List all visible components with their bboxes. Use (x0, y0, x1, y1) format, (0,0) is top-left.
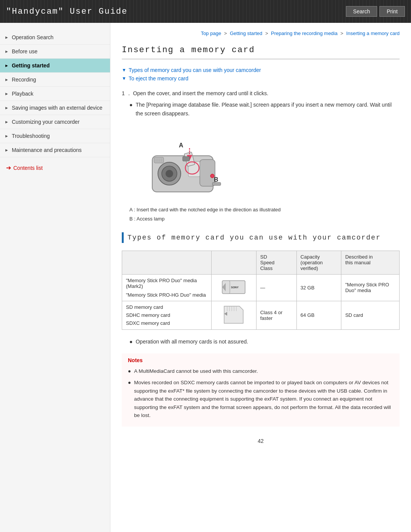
note-text: A MultiMediaCard cannot be used with thi… (134, 367, 258, 375)
section-bar-icon (122, 232, 124, 243)
operation-note-text: Operation with all memory cards is not a… (135, 337, 248, 346)
arrow-icon: ► (5, 77, 9, 82)
table-header-described: Described inthis manual (341, 251, 400, 274)
page-title: Inserting a memory card (122, 45, 400, 59)
table-cell-name: "Memory Stick PRO Duo" media (Mark2) "Me… (122, 274, 212, 301)
table-cell-described: "Memory Stick PRO Duo" media (341, 274, 400, 301)
sidebar-label: Playback (12, 91, 33, 97)
print-button[interactable]: Print (379, 6, 405, 17)
svg-text:SONY: SONY (231, 286, 239, 289)
table-row: SD memory card SDHC memory card SDXC mem… (122, 301, 400, 329)
table-cell-name: SD memory card SDHC memory card SDXC mem… (122, 301, 212, 329)
sidebar-item-before-use[interactable]: ► Before use (0, 45, 110, 59)
bullet-icon: ● (128, 379, 131, 387)
sidebar-item-saving-images[interactable]: ► Saving images with an external device (0, 101, 110, 115)
main-layout: ► Operation Search ► Before use ► Gettin… (0, 23, 411, 532)
section-link-label: To eject the memory card (129, 75, 188, 81)
table-cell-img: SONY (212, 274, 256, 301)
camcorder-svg: A B (129, 125, 236, 201)
contents-link-label: Contents list (13, 165, 43, 171)
table-header-capacity: Capacity(operationverified) (296, 251, 341, 274)
table-row: "Memory Stick PRO Duo" media (Mark2) "Me… (122, 274, 400, 301)
step1-bullet-text: The [Preparing image database file. Plea… (135, 101, 400, 118)
arrow-icon: ► (5, 105, 9, 110)
caption-a: A : Insert the card with the notched edg… (129, 205, 400, 214)
table-header-speed: SDSpeedClass (256, 251, 296, 274)
bullet-icon: ● (129, 337, 132, 346)
section-link-eject[interactable]: ▼ To eject the memory card (122, 75, 400, 81)
table-header-img (212, 251, 256, 274)
camcorder-diagram: A B (129, 125, 236, 201)
breadcrumb-sep3: > (341, 30, 345, 36)
arrow-icon: ► (5, 91, 9, 96)
contents-list-link[interactable]: ➔ Contents list (0, 160, 110, 176)
memory-stick-image: SONY (220, 278, 247, 297)
sidebar-label: Recording (12, 77, 36, 83)
table-cell-speed: — (256, 274, 296, 301)
svg-text:A: A (179, 142, 183, 149)
sidebar: ► Operation Search ► Before use ► Gettin… (0, 23, 110, 532)
svg-rect-12 (183, 157, 190, 161)
caption-b: B : Access lamp (129, 214, 400, 223)
section2-header: Types of memory card you can use with yo… (122, 232, 400, 243)
table-cell-img (212, 301, 256, 329)
memory-card-table: SDSpeedClass Capacity(operationverified)… (122, 251, 400, 330)
sidebar-item-playback[interactable]: ► Playback (0, 87, 110, 101)
sidebar-label: Troubleshooting (12, 133, 50, 139)
breadcrumb-preparing[interactable]: Preparing the recording media (271, 30, 338, 36)
note-item-2: ● Movies recorded on SDXC memory cards c… (128, 379, 393, 420)
breadcrumb-sep2: > (265, 30, 269, 36)
bullet-icon: ● (129, 101, 132, 109)
search-button[interactable]: Search (346, 6, 377, 17)
table-cell-described: SD card (341, 301, 400, 329)
svg-point-3 (166, 170, 173, 177)
operation-note: ● Operation with all memory cards is not… (129, 337, 400, 346)
notes-section: Notes ● A MultiMediaCard cannot be used … (122, 353, 400, 427)
arrow-icon: ► (5, 148, 9, 152)
table-cell-capacity: 64 GB (296, 301, 341, 329)
sidebar-item-maintenance[interactable]: ► Maintenance and precautions (0, 143, 110, 157)
svg-text:B: B (214, 176, 218, 183)
diagram-captions: A : Insert the card with the notched edg… (129, 205, 400, 223)
section-links: ▼ Types of memory card you can use with … (122, 67, 400, 81)
table-header-name (122, 251, 212, 274)
header-buttons: Search Print (346, 6, 405, 17)
breadcrumb-getting-started[interactable]: Getting started (230, 30, 262, 36)
main-content: Top page > Getting started > Preparing t… (110, 23, 411, 532)
sidebar-label: Getting started (12, 62, 50, 69)
section-link-label: Types of memory card you can use with yo… (129, 67, 261, 73)
arrow-right-icon: ➔ (6, 164, 11, 171)
breadcrumb-sep: > (224, 30, 228, 36)
svg-point-9 (210, 174, 214, 178)
arrow-icon: ► (5, 63, 9, 68)
triangle-icon: ▼ (122, 67, 126, 73)
sidebar-label: Before use (12, 48, 38, 54)
arrow-icon: ► (5, 120, 9, 124)
sidebar-item-recording[interactable]: ► Recording (0, 73, 110, 87)
sidebar-item-troubleshooting[interactable]: ► Troubleshooting (0, 129, 110, 143)
step1-text: 1 ． Open the cover, and insert the memor… (122, 89, 400, 97)
bullet-icon: ● (128, 367, 131, 375)
sidebar-label: Maintenance and precautions (12, 147, 82, 153)
sidebar-label: Saving images with an external device (12, 105, 102, 111)
note-item-1: ● A MultiMediaCard cannot be used with t… (128, 367, 393, 375)
step1-container: 1 ． Open the cover, and insert the memor… (122, 89, 400, 118)
breadcrumb-top[interactable]: Top page (201, 30, 221, 36)
svg-rect-11 (212, 182, 221, 185)
sidebar-label: Operation Search (12, 34, 54, 40)
step1-main: Open the cover, and insert the memory ca… (133, 90, 269, 96)
section-link-types[interactable]: ▼ Types of memory card you can use with … (122, 67, 400, 73)
svg-rect-4 (200, 160, 215, 186)
page-number: 42 (122, 438, 400, 444)
arrow-icon: ► (5, 134, 9, 138)
notes-title: Notes (128, 357, 393, 363)
breadcrumb: Top page > Getting started > Preparing t… (122, 30, 400, 36)
sidebar-item-getting-started[interactable]: ► Getting started (0, 59, 110, 73)
header: "Handycam" User Guide Search Print (0, 0, 411, 23)
sidebar-item-operation-search[interactable]: ► Operation Search (0, 30, 110, 45)
note-text: Movies recorded on SDXC memory cards can… (134, 379, 393, 420)
section2-title: Types of memory card you can use with yo… (127, 234, 381, 241)
sd-card-image (220, 304, 247, 325)
sidebar-item-customizing[interactable]: ► Customizing your camcorder (0, 115, 110, 129)
arrow-icon: ► (5, 35, 9, 40)
